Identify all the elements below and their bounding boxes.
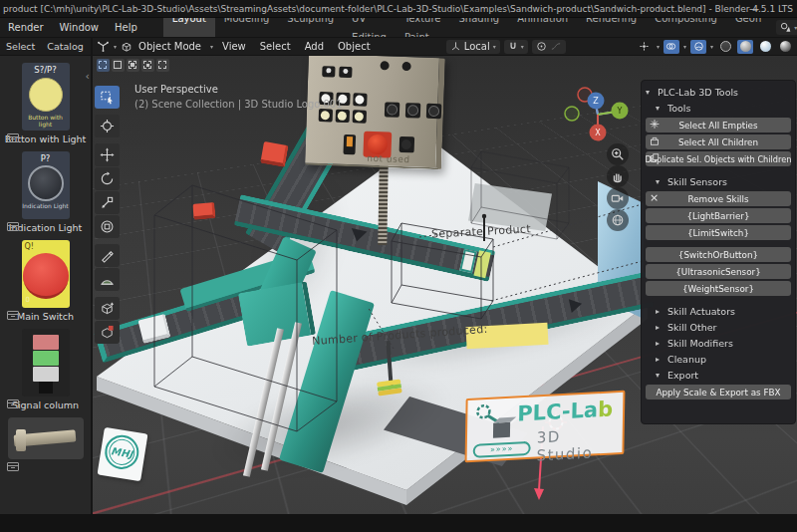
asset-thumbnail[interactable]: S?/P? Button with light	[22, 63, 70, 131]
select-invert-icon[interactable]	[141, 59, 154, 72]
select-subtract-icon[interactable]	[127, 59, 139, 72]
studio-logo-plate[interactable]: »»»» PLC-Lab 3D Studio	[465, 391, 626, 463]
asset-thumbnail[interactable]: P? Indication Light	[22, 151, 70, 219]
signal-white-segment	[33, 367, 59, 382]
apply-scale-export-fbx-button[interactable]: Apply Scale & Export as FBX	[646, 385, 791, 399]
switch-or-button-button[interactable]: {SwitchOrButton}	[646, 247, 791, 262]
show-gizmo-toggle[interactable]	[637, 40, 653, 54]
proportional-editing-control[interactable]	[532, 40, 566, 54]
select-box-tool[interactable]	[95, 86, 120, 109]
mhj-logo-plate[interactable]: MHJ	[98, 427, 148, 481]
tab-compositing[interactable]: Compositing	[646, 18, 726, 38]
shading-rendered-button[interactable]	[777, 40, 793, 54]
menu-add[interactable]: Add	[300, 41, 329, 52]
section-skill-actuators[interactable]: ▸Skill Actuators	[646, 303, 791, 319]
asset-item-indication-light[interactable]: P? Indication Light Indication Light	[0, 151, 91, 233]
panel-header[interactable]: ▾PLC-Lab 3D Tools	[646, 84, 791, 100]
zoom-view-button[interactable]	[607, 143, 629, 165]
show-overlays-toggle[interactable]	[664, 40, 679, 54]
measure-tool[interactable]	[95, 268, 120, 291]
snap-control[interactable]: ▾	[504, 40, 528, 54]
add-cube-tool[interactable]	[95, 297, 120, 320]
asset-menu-asset[interactable]: Ass	[90, 41, 91, 52]
annotate-tool[interactable]	[95, 244, 120, 267]
editor-type-icon[interactable]	[97, 40, 110, 53]
section-skill-other[interactable]: ▸Skill Other	[646, 319, 791, 335]
chevron-down-icon[interactable]: ▾	[210, 43, 213, 50]
light-barrier-button[interactable]: {LightBarrier}	[646, 208, 791, 223]
chevron-down-icon: ▾	[656, 371, 664, 380]
tab-rendering[interactable]: Rendering	[577, 18, 646, 38]
tab-animation[interactable]: Animation	[508, 18, 577, 38]
shading-solid-button[interactable]	[737, 40, 753, 54]
menu-help[interactable]: Help	[107, 18, 145, 38]
conveyor-icon: »»»»	[473, 441, 531, 458]
viewport-overlay-text: User Perspective (2) Scene Collection | …	[134, 84, 343, 110]
asset-item-signal-column[interactable]: Signal column	[0, 329, 91, 410]
asset-menu-select[interactable]: Select	[0, 41, 41, 52]
select-set-icon[interactable]	[97, 59, 110, 72]
plc-lab-tools-panel: ▾PLC-Lab 3D Tools ▾Tools Select All Empt…	[641, 80, 796, 424]
asset-item-main-switch[interactable]: Q! 0 Main Switch	[0, 240, 91, 322]
rotate-tool[interactable]	[95, 167, 120, 190]
scene-selector[interactable]: ▾ Scene ×	[776, 20, 797, 35]
chevron-down-icon[interactable]: ▾	[114, 43, 117, 50]
window-title: product [C:\mhj\unity\PLC-Lab-3D-Studio\…	[0, 4, 793, 14]
tab-layout[interactable]: Layout	[163, 18, 215, 38]
limit-switch-button[interactable]: {LimitSwitch}	[646, 225, 791, 240]
weight-sensor-button[interactable]: {WeightSensor}	[646, 281, 791, 296]
select-all-children-button[interactable]: Select All Children	[646, 134, 791, 149]
asset-thumbnail[interactable]	[22, 329, 70, 397]
pan-view-button[interactable]	[607, 165, 629, 187]
section-cleanup[interactable]: ▸Cleanup	[646, 351, 791, 367]
camera-view-button[interactable]	[607, 187, 629, 209]
chevron-down-icon[interactable]: ▾	[683, 43, 686, 50]
section-skill-sensors[interactable]: ▾Skill Sensors	[646, 173, 791, 189]
ultrasonic-sensor-button[interactable]: {UltrasonicSensor}	[646, 264, 791, 279]
menu-object[interactable]: Object	[333, 41, 376, 52]
chevron-down-icon[interactable]: ▾	[657, 43, 660, 50]
shading-wireframe-button[interactable]	[717, 40, 733, 54]
perspective-toggle-button[interactable]	[607, 209, 629, 231]
mode-selector[interactable]: Object Mode	[136, 41, 206, 52]
tab-shading[interactable]: Shading	[450, 18, 509, 38]
duplicate-with-children-button[interactable]: Duplicate Sel. Objects with Children	[646, 151, 791, 166]
menu-select[interactable]: Select	[255, 41, 296, 52]
select-all-empties-button[interactable]: Select All Empties	[646, 118, 791, 133]
navigation-gizmo[interactable]: Z Y X	[561, 86, 641, 151]
asset-item-button-with-light[interactable]: S?/P? Button with light Button with Ligh…	[0, 63, 91, 144]
menu-render[interactable]: Render	[0, 18, 52, 38]
section-tools[interactable]: ▾Tools	[646, 100, 791, 116]
transform-orientation-selector[interactable]: Local ▾	[446, 40, 500, 54]
orientation-label: Local	[464, 41, 490, 52]
tab-uv-editing[interactable]: UV Editing	[343, 18, 396, 38]
select-extend-icon[interactable]	[112, 59, 125, 72]
cursor-tool[interactable]	[95, 115, 120, 137]
scale-tool[interactable]	[95, 191, 120, 214]
xray-toggle[interactable]	[690, 40, 706, 54]
remove-skills-button[interactable]: ×Remove Skills	[646, 191, 791, 206]
asset-thumbnail[interactable]: Q! 0	[22, 240, 70, 308]
tab-sculpting[interactable]: Sculpting	[278, 18, 343, 38]
signal-base	[39, 382, 53, 394]
transform-tool[interactable]	[95, 215, 120, 238]
section-skill-modifiers[interactable]: ▸Skill Modifiers	[646, 335, 791, 351]
section-export[interactable]: ▾Export	[646, 367, 791, 383]
select-intersect-icon[interactable]	[156, 59, 169, 72]
duplicate-tool[interactable]	[95, 321, 120, 344]
menu-view[interactable]: View	[217, 41, 251, 52]
chevron-down-icon[interactable]: ▾	[710, 43, 713, 50]
logo-brand-text: PLC-Lab	[517, 397, 613, 425]
svg-text:X: X	[595, 129, 601, 137]
asset-item-conveyor[interactable]	[0, 417, 91, 459]
minimize-button[interactable]: —	[743, 0, 765, 18]
tab-modeling[interactable]: Modeling	[215, 18, 279, 38]
asset-browser-header: Select Catalog Ass	[0, 38, 91, 56]
tab-geometry-nodes[interactable]: Geon	[726, 18, 770, 38]
asset-menu-catalog[interactable]: Catalog	[41, 41, 89, 52]
move-tool[interactable]	[95, 143, 120, 166]
asset-thumbnail[interactable]	[8, 417, 84, 459]
menu-window[interactable]: Window	[52, 18, 107, 38]
tab-texture-paint[interactable]: Texture Paint	[396, 18, 450, 38]
shading-material-button[interactable]	[757, 40, 773, 54]
